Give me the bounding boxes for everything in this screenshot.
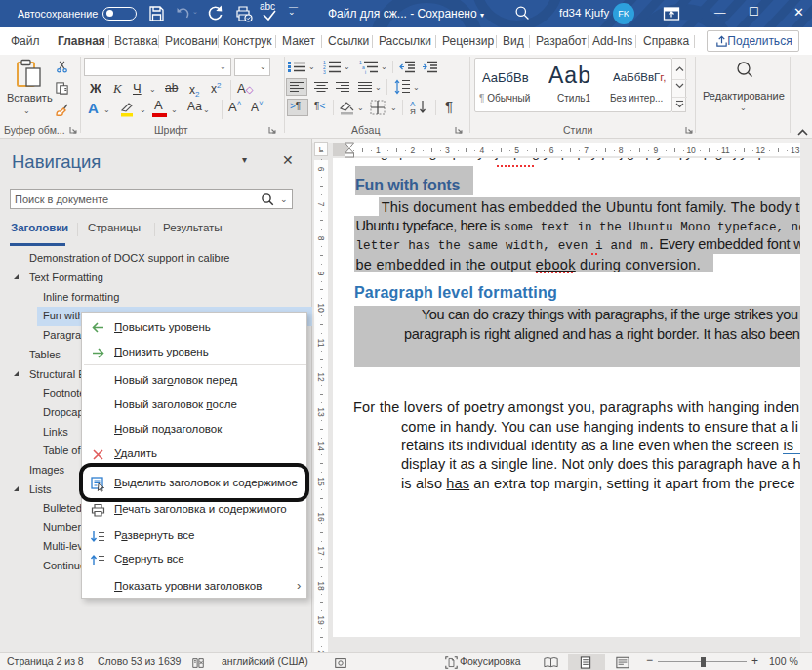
svg-text:Я: Я <box>410 107 416 115</box>
svg-text:3: 3 <box>323 69 326 74</box>
svg-text:i: i <box>365 69 366 74</box>
